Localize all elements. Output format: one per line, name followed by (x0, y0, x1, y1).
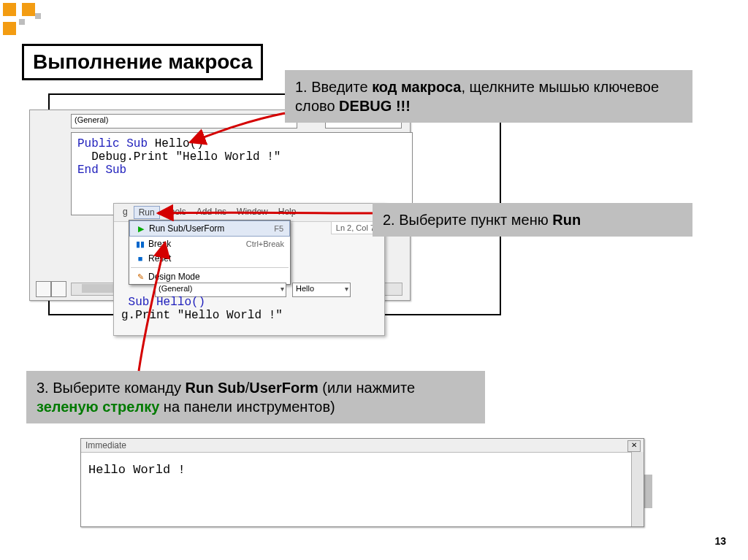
menu-design-mode[interactable]: ✎ Design Mode (129, 269, 290, 284)
pause-icon: ▮▮ (132, 239, 148, 249)
menu-reset[interactable]: ■ Reset (129, 251, 290, 266)
procedure-combo-2[interactable]: Hello (292, 283, 351, 297)
immediate-window: Immediate ✕ Hello World ! (80, 438, 644, 527)
object-combo-2[interactable]: (General) (155, 283, 286, 297)
menu-item-tools[interactable]: Tools (161, 206, 191, 219)
object-combo[interactable]: (General) (71, 114, 297, 129)
callout-step-2: 2. Выберите пункт меню Run (373, 203, 692, 237)
menu-item-run[interactable]: Run (134, 206, 160, 219)
vertical-scrollbar[interactable] (631, 452, 644, 526)
menu-run-sub-userform[interactable]: ▶ Run Sub/UserForm F5 (129, 220, 290, 237)
design-icon: ✎ (132, 272, 148, 282)
immediate-title: Immediate (81, 439, 644, 453)
menu-item-g[interactable]: g (118, 206, 132, 219)
callout-step-1: 1. Введите код макроса, щелкните мышью к… (285, 70, 692, 123)
run-dropdown[interactable]: ▶ Run Sub/UserForm F5 ▮▮ Break Ctrl+Brea… (129, 220, 291, 285)
stop-icon: ■ (132, 254, 148, 263)
play-icon: ▶ (133, 224, 149, 234)
vba-run-menu-screenshot: g Run Tools Add-Ins Window Help Ln 2, Co… (113, 203, 385, 336)
menu-item-help[interactable]: Help (274, 206, 301, 219)
slide-title: Выполнение макроса (22, 44, 263, 80)
menu-item-addins[interactable]: Add-Ins (192, 206, 231, 219)
view-mode-icons[interactable] (36, 281, 66, 297)
immediate-output: Hello World ! (81, 453, 644, 487)
callout-step-3: 3. Выберите команду Run Sub/UserForm (ил… (26, 371, 485, 423)
code-snippet: Sub Hello() g.Print "Hello World !" (121, 296, 283, 322)
page-number: 13 (714, 535, 726, 547)
menu-break[interactable]: ▮▮ Break Ctrl+Break (129, 237, 290, 251)
close-icon[interactable]: ✕ (627, 440, 641, 452)
menu-item-window[interactable]: Window (232, 206, 272, 219)
